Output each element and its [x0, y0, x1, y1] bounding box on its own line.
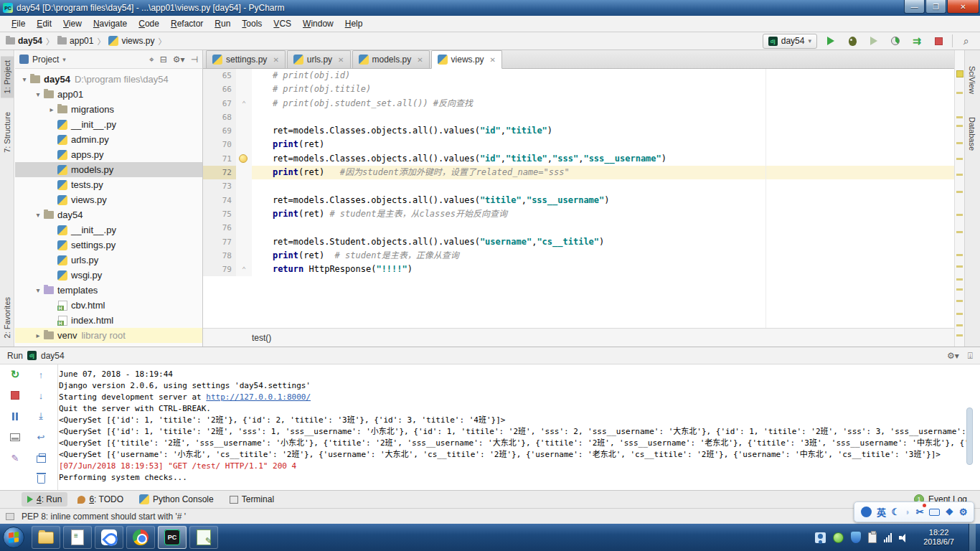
minimize-button[interactable]: — — [904, 0, 925, 14]
code-line-76[interactable]: 76 — [203, 221, 954, 235]
ime-account-icon[interactable] — [861, 507, 872, 517]
warning-stripe-mark[interactable] — [956, 313, 963, 315]
taskbar-clock[interactable]: 18:22 2018/6/7 — [916, 528, 961, 547]
tool-stripe-2-favorites[interactable]: 2: Favorites — [1, 293, 14, 342]
warning-stripe-mark[interactable] — [956, 300, 963, 302]
tree-item-admin-py[interactable]: admin.py — [15, 132, 202, 147]
console-line[interactable]: <QuerySet [{'titile': '2班', 'sss__userna… — [59, 438, 970, 449]
tree-item-__init__-py[interactable]: __init__.py — [15, 117, 202, 132]
tray-volume-icon[interactable] — [899, 533, 909, 542]
tray-antivirus-icon[interactable] — [833, 532, 844, 543]
stop-button[interactable] — [930, 34, 946, 48]
console-output[interactable]: June 07, 2018 - 18:19:44Django version 2… — [59, 364, 970, 491]
toggle-toolwindows-icon[interactable] — [6, 513, 14, 520]
console-line[interactable]: Performing system checks... — [59, 472, 970, 484]
warning-stripe-mark[interactable] — [956, 158, 963, 160]
menu-vcs[interactable]: VCS — [268, 17, 297, 31]
down-stack-trace-button[interactable]: ↓ — [33, 388, 49, 402]
menu-code[interactable]: Code — [133, 17, 165, 31]
ime-settings-icon[interactable]: ⚙ — [959, 507, 968, 517]
code-line-73[interactable]: 73 — [203, 179, 954, 193]
warning-stripe-mark[interactable] — [956, 191, 963, 193]
console-line[interactable]: Django version 2.0.6, using settings 'da… — [59, 380, 970, 392]
code-line-72[interactable]: 72 print(ret) #因为student添加外键时，设置了related… — [203, 166, 954, 179]
locate-file-icon[interactable]: ⌖ — [149, 55, 154, 65]
tray-clipboard-icon[interactable] — [868, 532, 877, 543]
collapse-all-icon[interactable]: ⊟ — [160, 55, 167, 65]
warning-stripe-mark[interactable] — [956, 278, 963, 281]
console-line[interactable]: June 07, 2018 - 18:19:44 — [59, 369, 970, 380]
editor-tab-models-py[interactable]: models.py✕ — [352, 50, 430, 68]
code-line-79[interactable]: 79⌃ return HttpResponse("!!!!") — [203, 263, 954, 276]
menu-edit[interactable]: Edit — [31, 17, 57, 31]
tool-stripe-sciview[interactable]: SciView — [966, 60, 979, 100]
ime-fullhalf-icon[interactable]: ◗ — [905, 507, 911, 517]
editor-breadcrumb-bottom[interactable]: test() — [203, 328, 954, 347]
tree-item-day54[interactable]: ▾day54D:\program files\day54 — [15, 72, 202, 87]
pause-output-button[interactable] — [7, 409, 23, 423]
gear-icon[interactable]: ⚙▾ — [173, 55, 185, 65]
warning-stripe-mark[interactable] — [956, 288, 963, 291]
breadcrumb-item-app01[interactable]: app01 — [57, 36, 93, 46]
tree-item-views-py[interactable]: views.py — [15, 192, 202, 207]
code-line-74[interactable]: 74 ret=models.Classes.objects.all().valu… — [203, 194, 954, 207]
toolwindow-tab-python-console[interactable]: Python Console — [133, 492, 220, 507]
error-stripe[interactable] — [954, 50, 964, 347]
console-line[interactable]: <QuerySet [{'id': 1, 'titile': '2班', 'ss… — [59, 426, 970, 438]
chevron-down-icon[interactable]: ▾ — [33, 90, 43, 98]
menu-file[interactable]: File — [6, 17, 31, 31]
chevron-down-icon[interactable]: ▾ — [33, 286, 43, 294]
close-tab-icon[interactable]: ✕ — [490, 56, 496, 64]
code-line-65[interactable]: 65 # print(obj.id) — [203, 69, 954, 83]
tree-item-venv[interactable]: ▸venvlibrary root — [15, 328, 202, 343]
chevron-right-icon[interactable]: ▸ — [47, 105, 57, 113]
warning-stripe-mark[interactable] — [956, 142, 963, 144]
pin-tab-button[interactable]: ✎ — [7, 451, 23, 465]
tree-item-tests-py[interactable]: tests.py — [15, 177, 202, 192]
ime-screenshot-icon[interactable]: ✂ — [916, 507, 924, 517]
console-line[interactable]: <QuerySet [{'id': 1, 'titile': '2班'}, {'… — [59, 415, 970, 426]
restore-layout-button[interactable] — [7, 430, 23, 444]
chevron-down-icon[interactable]: ▾ — [33, 211, 43, 219]
tree-item-cbv-html[interactable]: cbv.html — [15, 298, 202, 313]
chevron-down-icon[interactable]: ▾ — [19, 75, 29, 83]
ime-night-mode-icon[interactable]: ☾ — [892, 507, 900, 517]
warning-stripe-mark[interactable] — [956, 214, 963, 216]
code-editor[interactable]: 65 # print(obj.id)66 # print(obj.titile)… — [203, 69, 954, 328]
up-stack-trace-button[interactable]: ↑ — [33, 367, 49, 382]
warning-stripe-mark[interactable] — [956, 125, 963, 127]
start-button[interactable] — [3, 527, 24, 548]
warning-stripe-mark[interactable] — [956, 324, 963, 326]
maximize-button[interactable]: ❐ — [925, 0, 946, 14]
tree-item-apps-py[interactable]: apps.py — [15, 147, 202, 162]
soft-wrap-button[interactable]: ↩ — [33, 430, 49, 444]
tree-item-app01[interactable]: ▾app01 — [15, 87, 202, 102]
stop-server-button[interactable] — [7, 388, 23, 402]
ime-language-toggle[interactable]: 英 — [877, 505, 886, 519]
ime-keyboard-icon[interactable] — [929, 509, 940, 516]
tree-item-day54[interactable]: ▾day54 — [15, 207, 202, 222]
menu-refactor[interactable]: Refactor — [165, 17, 209, 31]
code-line-66[interactable]: 66 # print(obj.titile) — [203, 83, 954, 96]
debug-button[interactable] — [844, 34, 860, 48]
menu-navigate[interactable]: Navigate — [88, 17, 133, 31]
fold-marker-icon[interactable]: ⌃ — [236, 97, 252, 110]
code-line-70[interactable]: 70 print(ret) — [203, 138, 954, 151]
toolwindow-tab-4-run[interactable]: 4: Run — [22, 492, 67, 507]
warning-stripe-mark[interactable] — [956, 231, 963, 233]
taskbar-editor[interactable] — [189, 526, 218, 549]
breadcrumb-item-viewspy[interactable]: views.py — [108, 36, 154, 46]
menu-help[interactable]: Help — [339, 17, 369, 31]
tool-stripe-1-project[interactable]: 1: Project — [1, 56, 14, 98]
lightbulb-icon[interactable] — [239, 154, 248, 163]
console-scrollbar[interactable] — [966, 408, 973, 465]
profiler-button[interactable] — [887, 34, 903, 48]
close-tab-icon[interactable]: ✕ — [417, 56, 423, 64]
chevron-right-icon[interactable]: ▸ — [33, 331, 43, 339]
scroll-to-end-button[interactable]: ⤓ — [33, 409, 49, 423]
close-button[interactable]: ✕ — [947, 0, 979, 14]
editor-tab-views-py[interactable]: views.py✕ — [431, 50, 502, 69]
tree-item-__init__-py[interactable]: __init__.py — [15, 222, 202, 237]
warning-stripe-mark[interactable] — [956, 265, 963, 268]
tree-item-index-html[interactable]: index.html — [15, 313, 202, 328]
